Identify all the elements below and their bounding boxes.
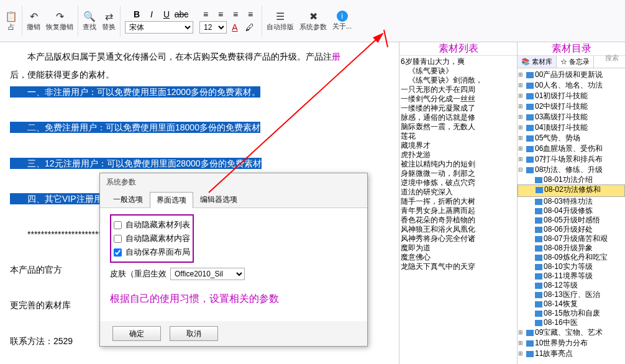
font-select[interactable]: 宋体: [125, 21, 193, 34]
paste-icon: 📋: [5, 10, 17, 22]
list-item[interactable]: 虎扑龙游: [401, 150, 516, 160]
chk-save-layout[interactable]: [114, 248, 122, 257]
tree-item[interactable]: 04顶级打斗技能: [518, 122, 625, 133]
align-justify-button[interactable]: ≡: [244, 8, 257, 20]
list-item[interactable]: 莲花: [401, 132, 516, 141]
tree-item[interactable]: 08-10实力等级: [518, 262, 625, 271]
tree-item[interactable]: 08-15散功和自废: [518, 309, 625, 318]
find-button[interactable]: 🔍查找: [80, 9, 99, 33]
material-list-title: 素材列表: [399, 42, 517, 56]
search-input[interactable]: 搜索: [605, 53, 624, 63]
list-item[interactable]: 随手一挥，折断的大树: [401, 197, 516, 206]
doc-para: 后，便能获得更多的素材。: [10, 66, 389, 83]
tab-interface[interactable]: 界面选项: [150, 192, 193, 208]
cancel-button[interactable]: 取消: [170, 326, 218, 341]
tree-item[interactable]: 08-08升级异象: [518, 243, 625, 253]
tree-item[interactable]: 06血腥场景、受伤和: [518, 143, 625, 154]
tree-item[interactable]: 01初级打斗技能: [518, 91, 625, 101]
sysparam-button[interactable]: ✖系统参数: [297, 9, 329, 33]
doc-para: 三、12元注册用户：可以免费使用里面28000多份的免费素材: [10, 155, 389, 172]
material-tree[interactable]: 00产品升级和更新说00人名、地名、功法01初级打斗技能02中级打斗技能03高级…: [518, 68, 625, 364]
align-left-button[interactable]: ≡: [199, 8, 212, 20]
align-right-button[interactable]: ≡: [229, 8, 242, 20]
tree-item[interactable]: 03高级打斗技能: [518, 112, 625, 122]
tree-item[interactable]: 00产品升级和更新说: [518, 70, 625, 80]
material-list[interactable]: 6岁膝青山大力，爽 《练气要诀》 《练气要诀》剑消散，一只无形的大手在四周一缕剑…: [399, 56, 517, 273]
doc-para: 二、免费注册用户：可以免费使用里面18000多份的免费素材: [10, 119, 389, 136]
chk-hide-content[interactable]: [114, 235, 122, 243]
replace-button[interactable]: ⇄替换: [99, 9, 118, 33]
list-item[interactable]: 一缕剑气分化成一丝丝: [401, 94, 516, 104]
tree-item[interactable]: 08-09炼化丹和吃宝: [518, 253, 625, 262]
list-item[interactable]: 龙隐天下真气中的天穿: [401, 262, 516, 271]
tab-editor[interactable]: 编辑器选项: [193, 191, 244, 207]
tree-item[interactable]: 05气势、势场: [518, 133, 625, 143]
tree-item[interactable]: 08功法、修练、升级: [518, 165, 625, 175]
list-item[interactable]: 《练气要诀》: [401, 66, 516, 76]
doc-para: 一、非注册用户：可以免费使用里面12000多份的免费素材。: [10, 84, 389, 101]
tree-item[interactable]: 08-05升级时感悟: [518, 216, 625, 225]
material-tree-panel: 素材目录 📚 素材库 ☆ 备忘录 00产品升级和更新说00人名、地名、功法01初…: [517, 42, 625, 364]
tab-material-lib[interactable]: 📚 素材库: [518, 56, 557, 68]
tree-item[interactable]: 08-03特殊功法: [518, 197, 625, 206]
tree-item[interactable]: 08-14恢复: [518, 299, 625, 309]
align-center-button[interactable]: ≡: [214, 8, 227, 20]
chk-hide-list[interactable]: [114, 221, 122, 229]
tree-item[interactable]: 08-13医疗、医治: [518, 290, 625, 299]
list-item[interactable]: 风神狼王和浴火凤凰化: [401, 225, 516, 234]
list-item[interactable]: 香色花朵的奇异植物的: [401, 216, 516, 225]
tree-item[interactable]: 08-04升级修炼: [518, 206, 625, 216]
ok-button[interactable]: 确定: [112, 326, 161, 341]
paste-button[interactable]: 📋占: [2, 9, 20, 33]
list-item[interactable]: 风神秀将身心完全付诸: [401, 234, 516, 243]
redo-icon: ↷: [53, 10, 66, 22]
list-item[interactable]: 被注以精纯内力的短剑: [401, 160, 516, 169]
undo-button[interactable]: ↶撤销: [24, 9, 43, 33]
highlight-button[interactable]: 🖊: [243, 21, 257, 34]
tree-item[interactable]: 11故事亮点: [518, 348, 625, 359]
list-item[interactable]: 6岁膝青山大力，爽: [401, 57, 516, 66]
tree-item[interactable]: 08-11境界等级: [518, 271, 625, 281]
chk-hide-list-label: 自动隐藏素材列表: [125, 219, 190, 230]
skin-select[interactable]: Office2010_Sil: [170, 268, 245, 280]
bold-button[interactable]: B: [130, 8, 144, 20]
strike-button[interactable]: abc: [175, 8, 188, 20]
tree-item[interactable]: 08-07升级痛苦和艰: [518, 234, 625, 243]
find-icon: 🔍: [83, 10, 96, 22]
tree-item[interactable]: 08-02功法修炼和: [518, 184, 625, 197]
list-item[interactable]: 一只无形的大手在四周: [401, 85, 516, 94]
list-item[interactable]: 《练气要诀》剑消散，: [401, 76, 516, 85]
list-item[interactable]: 脉感，通俗的话就是修: [401, 113, 516, 122]
layout-icon: ☰: [274, 10, 286, 22]
tree-item[interactable]: 08-06升级好处: [518, 225, 625, 234]
italic-button[interactable]: I: [145, 8, 158, 20]
list-item[interactable]: 魔意佛心: [401, 253, 516, 262]
font-color-button[interactable]: A: [228, 21, 242, 34]
tree-item[interactable]: 10世界势力分布: [518, 338, 625, 348]
list-item[interactable]: 青年男女身上蒸腾而起: [401, 206, 516, 216]
toolbar: 📋占 ↶撤销 ↷恢复撤销 🔍查找 ⇄替换 B I U abc 宋体 ≡ ≡ ≡ …: [0, 0, 625, 42]
checkbox-group-highlight: 自动隐藏素材列表 自动隐藏素材内容 自动保存界面布局: [110, 214, 194, 263]
tree-item[interactable]: 08-01功法介绍: [518, 175, 625, 184]
tab-general[interactable]: 一般选项: [106, 191, 150, 207]
list-item[interactable]: 逆境中修炼，破点穴窍: [401, 178, 516, 188]
list-item[interactable]: 道法的研究深入: [401, 188, 516, 197]
list-item[interactable]: 脑际轰然一震，无数人: [401, 122, 516, 132]
tree-item[interactable]: 07打斗场景和排兵布: [518, 154, 625, 165]
tree-item[interactable]: 09宝藏、宝物、艺术: [518, 327, 625, 338]
autolayout-button[interactable]: ☰自动排版: [264, 9, 296, 33]
tab-memo[interactable]: ☆ 备忘录: [557, 56, 594, 68]
list-item[interactable]: 魔即为道: [401, 243, 516, 253]
redo-button[interactable]: ↷恢复撤销: [43, 9, 76, 33]
tree-item[interactable]: 08-12等级: [518, 281, 625, 290]
underline-button[interactable]: U: [160, 8, 173, 20]
tree-item[interactable]: 08-16中医: [518, 318, 625, 327]
tree-item[interactable]: 00人名、地名、功法: [518, 80, 625, 91]
tree-item[interactable]: 02中级打斗技能: [518, 101, 625, 112]
about-button[interactable]: i关于...: [330, 9, 354, 32]
list-item[interactable]: 身躯微微一动，刹那之: [401, 169, 516, 178]
skin-label: 皮肤（重启生效: [110, 268, 167, 280]
list-item[interactable]: 藏境界才: [401, 141, 516, 150]
list-item[interactable]: 一缕缕的神元凝聚成了: [401, 104, 516, 113]
fontsize-select[interactable]: 12: [199, 21, 227, 34]
